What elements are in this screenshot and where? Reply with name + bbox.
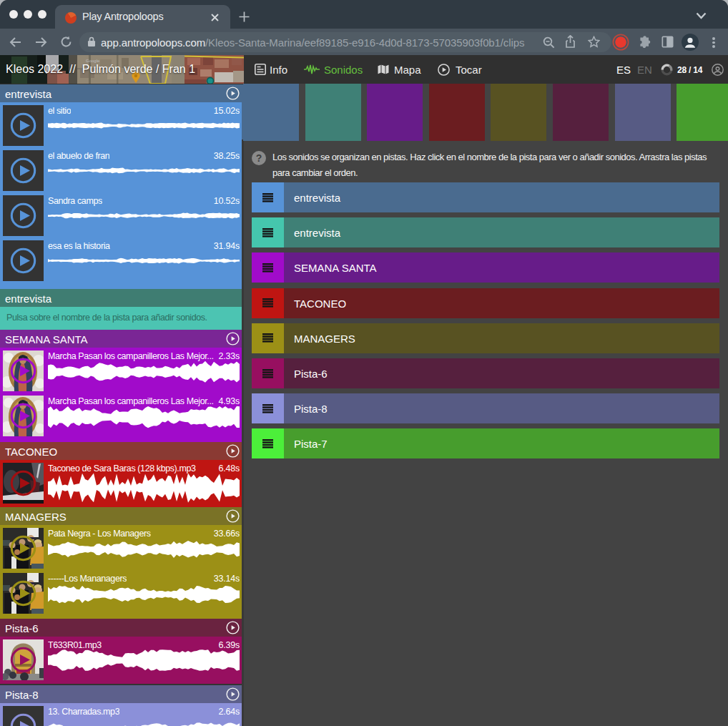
svg-text:?: ? xyxy=(256,152,262,164)
